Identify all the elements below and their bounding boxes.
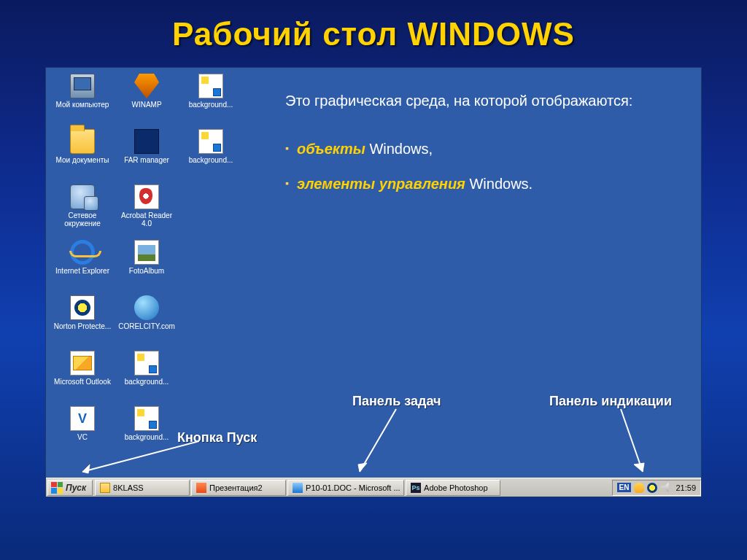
fotoalbum-icon-glyph: [134, 240, 159, 265]
task-presentation2-label: Презентация2: [209, 483, 263, 492]
bullet-objects-rest: Windows,: [365, 141, 433, 157]
task-photoshop[interactable]: PsAdobe Photoshop: [406, 480, 500, 496]
ie-icon[interactable]: Internet Explorer: [50, 238, 115, 294]
slide-title: Рабочий стол WINDOWS: [0, 0, 747, 61]
outlook-icon-label: Microsoft Outlook: [53, 378, 112, 386]
network-icon-glyph: [70, 184, 95, 209]
acrobat-icon-label: Acrobat Reader 4.0: [115, 211, 179, 228]
my-computer-icon[interactable]: Мой компьютер: [50, 72, 115, 128]
bullet-controls-rest: Windows.: [465, 176, 533, 192]
start-button-label: Пуск: [66, 483, 86, 493]
task-presentation2[interactable]: Презентация2: [191, 480, 286, 496]
far-manager-icon[interactable]: FAR manager: [115, 128, 179, 183]
task-8klass[interactable]: 8KLASS: [95, 480, 190, 496]
acrobat-icon-glyph: [134, 184, 159, 209]
desktop-screenshot: Мой компьютерWINAMPbackground...Мои доку…: [45, 67, 702, 497]
svg-line-4: [621, 409, 643, 472]
norton-icon[interactable]: Norton Protecte...: [50, 294, 115, 349]
corelcity-icon-glyph: [134, 295, 159, 320]
bullet-controls: элементы управления Windows.: [285, 173, 684, 195]
taskbar: Пуск 8KLASSПрезентация2P10-01.DOC - Micr…: [46, 478, 701, 497]
winamp-icon[interactable]: WINAMP: [115, 72, 179, 128]
desktop-icon-grid: Мой компьютерWINAMPbackground...Мои доку…: [50, 72, 247, 460]
language-indicator[interactable]: EN: [617, 483, 632, 492]
fotoalbum-icon-label: FotoAlbum: [128, 267, 166, 275]
slide-description: Это графическая среда, на которой отобра…: [285, 90, 684, 208]
my-documents-icon-label: Мои документы: [55, 156, 111, 164]
task-8klass-label: 8KLASS: [113, 483, 144, 492]
svg-marker-1: [82, 464, 90, 473]
system-tray[interactable]: EN 21:59: [612, 480, 701, 496]
task-presentation2-icon: [196, 483, 206, 493]
shield-tray-icon[interactable]: [647, 483, 657, 493]
ie-icon-glyph: [70, 240, 95, 265]
arrow-start-icon: [75, 434, 221, 478]
acrobat-icon[interactable]: Acrobat Reader 4.0: [115, 183, 179, 238]
winamp-icon-glyph: [134, 74, 159, 98]
background4-icon-glyph: [134, 406, 159, 431]
background2-icon-glyph: [198, 129, 223, 154]
my-documents-icon-glyph: [70, 129, 95, 154]
background3-icon-glyph: [134, 351, 159, 376]
task-word-doc-label: P10-01.DOC - Microsoft ...: [306, 483, 400, 492]
network-icon[interactable]: Сетевое окружение: [50, 183, 115, 238]
outlook-icon[interactable]: Microsoft Outlook: [50, 349, 115, 405]
background2-icon[interactable]: background...: [179, 128, 243, 183]
task-word-doc[interactable]: P10-01.DOC - Microsoft ...: [287, 480, 404, 496]
svg-line-0: [82, 441, 199, 472]
my-computer-icon-glyph: [70, 74, 95, 98]
task-photoshop-label: Adobe Photoshop: [424, 483, 487, 492]
task-8klass-icon: [100, 483, 110, 493]
clock: 21:59: [673, 483, 696, 492]
background1-icon[interactable]: background...: [179, 72, 243, 128]
bullet-objects: объекты Windows,: [285, 138, 684, 160]
arrow-systray-icon: [570, 405, 657, 478]
description-intro: Это графическая среда, на которой отобра…: [285, 90, 684, 112]
volume-tray-icon[interactable]: [660, 483, 670, 493]
background1-icon-label: background...: [187, 101, 235, 109]
svg-line-2: [360, 409, 396, 472]
my-documents-icon[interactable]: Мои документы: [50, 128, 115, 183]
network-icon-label: Сетевое окружение: [50, 211, 115, 228]
bullet-controls-em: элементы управления: [297, 176, 465, 192]
windows-flag-icon: [51, 482, 63, 494]
corelcity-icon-label: CORELCITY.com: [117, 322, 177, 330]
far-manager-icon-label: FAR manager: [123, 156, 171, 164]
background3-icon-label: background...: [123, 378, 171, 386]
task-word-doc-icon: [293, 483, 303, 493]
norton-icon-glyph: [70, 295, 95, 320]
task-photoshop-icon: Ps: [411, 483, 421, 493]
ie-icon-label: Internet Explorer: [54, 267, 111, 275]
fotoalbum-icon[interactable]: FotoAlbum: [115, 238, 179, 294]
vc-icon-glyph: [70, 406, 95, 431]
background2-icon-label: background...: [187, 156, 235, 164]
background3-icon[interactable]: background...: [115, 349, 179, 405]
norton-icon-label: Norton Protecte...: [53, 322, 112, 330]
arrow-taskbar-icon: [352, 405, 440, 478]
bullet-objects-em: объекты: [297, 141, 365, 157]
my-computer-icon-label: Мой компьютер: [55, 101, 111, 109]
winamp-icon-label: WINAMP: [130, 101, 163, 109]
outlook-icon-glyph: [70, 351, 95, 376]
svg-marker-3: [358, 463, 367, 472]
corelcity-icon[interactable]: CORELCITY.com: [115, 294, 179, 349]
start-button[interactable]: Пуск: [47, 480, 93, 496]
far-manager-icon-glyph: [134, 129, 159, 154]
background1-icon-glyph: [198, 74, 223, 98]
svg-marker-5: [634, 463, 644, 472]
key-tray-icon[interactable]: [634, 483, 644, 493]
